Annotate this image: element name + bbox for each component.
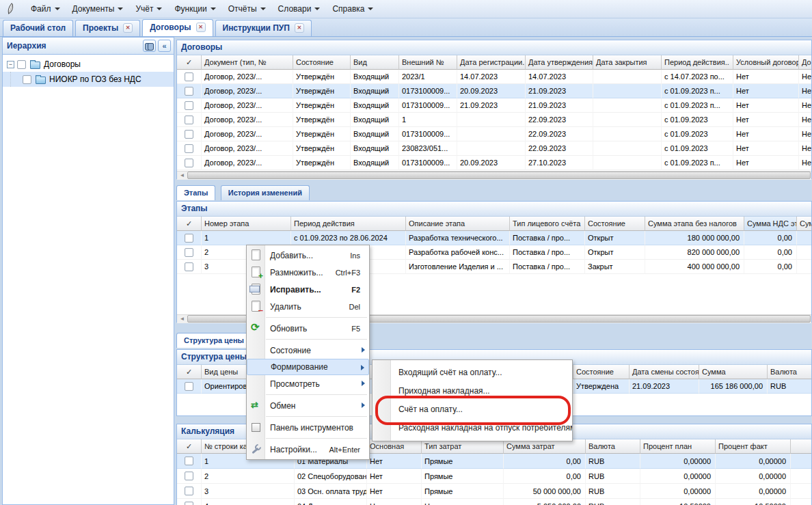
menu-item-Обмен[interactable]: Обмен (247, 397, 369, 414)
menu-Словари[interactable]: Словари (272, 2, 327, 16)
table-row[interactable]: Договор, 2023/...УтверждёнВходящий017310… (177, 98, 811, 113)
menu-item-Удалить[interactable]: УдалитьDel (247, 298, 369, 315)
row-checkbox[interactable] (185, 144, 193, 153)
select-all-column[interactable]: ✓ (177, 365, 202, 379)
column-header[interactable]: Тип лицевого счёта (510, 217, 585, 231)
menu-item-Состояние[interactable]: Состояние (247, 342, 369, 359)
menu-item-Настройки...[interactable]: Настройки...Alt+Enter (247, 441, 369, 458)
collapse-node-icon[interactable]: − (7, 61, 14, 68)
tree-node-niokr[interactable]: НИОКР по ГОЗ без НДС (3, 72, 174, 87)
submenu-item-Расходная накладная на отпуск потребителям...[interactable]: Расходная накладная на отпуск потребител… (373, 419, 572, 437)
table-row[interactable]: 404 Доп. оплата трудаНетНакладные5 050 0… (177, 499, 811, 505)
column-header[interactable]: Основная (367, 439, 422, 454)
menu-Документы[interactable]: Документы (66, 2, 130, 16)
row-checkbox[interactable] (185, 101, 193, 110)
menu-item-Просмотреть[interactable]: Просмотреть (247, 375, 369, 392)
select-all-column[interactable]: ✓ (177, 217, 202, 231)
table-row[interactable]: 202 СпецоборудованиеНетПрямые0,00RUB0,00… (177, 469, 811, 484)
row-checkbox[interactable] (185, 234, 193, 243)
menu-item-Обновить[interactable]: ОбновитьF5 (247, 320, 369, 337)
collapse-panel-icon[interactable]: « (158, 40, 171, 52)
row-checkbox[interactable] (185, 72, 193, 81)
column-header[interactable]: Сумма НДС этапа (744, 217, 797, 231)
scroll-left-icon[interactable]: ◄ (177, 315, 187, 323)
column-header[interactable]: Сумма этапа без налогов (645, 217, 744, 231)
column-header[interactable]: Сумма эт (797, 217, 811, 231)
row-checkbox[interactable] (185, 130, 193, 139)
tab-Инструкции ПУП[interactable]: Инструкции ПУП (215, 20, 312, 36)
menu-Отчёты[interactable]: Отчёты (222, 2, 272, 16)
tab-history[interactable]: История изменений (221, 185, 310, 200)
close-tab-icon[interactable] (123, 23, 133, 33)
menu-Файл[interactable]: Файл (25, 2, 66, 16)
column-header[interactable]: Период действия (291, 217, 406, 231)
column-header[interactable]: Период действия.. (662, 55, 733, 70)
table-row[interactable]: Договор, 2023/...УтверждёнВходящий017310… (177, 127, 811, 141)
column-header[interactable]: Тип затрат (422, 439, 504, 454)
column-header[interactable]: Номер этапа (202, 217, 291, 231)
close-tab-icon[interactable] (196, 23, 206, 32)
column-header[interactable]: Состояние (573, 365, 630, 379)
row-checkbox[interactable] (185, 87, 193, 96)
menu-item-Формирование[interactable]: Формирование (247, 359, 369, 375)
tab-price-structure[interactable]: Структура цены (176, 333, 252, 348)
row-checkbox[interactable] (185, 487, 193, 495)
submenu-item-Входящий счёт на оплату...[interactable]: Входящий счёт на оплату... (373, 364, 572, 382)
column-header[interactable]: Вид (351, 55, 399, 70)
table-row[interactable]: Договор, 2023/...УтверждёнВходящий017310… (177, 156, 811, 170)
menu-item-Панель инструментов[interactable]: Панель инструментов (247, 419, 369, 436)
column-header[interactable]: Дата закрытия (593, 55, 662, 70)
close-tab-icon[interactable] (295, 23, 304, 33)
table-row[interactable]: 303 Осн. оплата трудаНетПрямые50 000 000… (177, 484, 811, 499)
table-row[interactable]: 1с 01.09.2023 по 28.06.2024Разработка те… (177, 231, 811, 245)
column-header[interactable]: Внешний № (399, 55, 457, 70)
menu-item-Добавить...[interactable]: Добавить...Ins (247, 247, 369, 264)
row-checkbox[interactable] (185, 248, 193, 257)
menu-item-Размножить...[interactable]: Размножить...Ctrl+F3 (247, 264, 369, 281)
scroll-left-icon[interactable]: ◄ (177, 172, 187, 180)
column-header[interactable]: Дата смены состояния (630, 365, 699, 379)
row-checkbox[interactable] (185, 382, 193, 391)
menu-Справка[interactable]: Справка (326, 2, 379, 16)
row-checkbox[interactable] (185, 262, 193, 271)
menu-Функции[interactable]: Функции (168, 2, 221, 16)
column-header[interactable]: Документ (тип, № (202, 55, 293, 70)
column-header[interactable]: Сумма затрат (504, 439, 586, 454)
column-header[interactable]: Процент факт (716, 439, 791, 454)
select-all-column[interactable]: ✓ (177, 439, 202, 454)
column-header[interactable]: Процент план (640, 439, 716, 454)
table-row[interactable]: Договор, 2023/...УтверждёнВходящий2023/1… (177, 70, 811, 84)
tab-Проекты[interactable]: Проекты (75, 20, 140, 36)
column-header[interactable]: Сумма (699, 365, 768, 379)
column-header[interactable]: Условный договор (733, 55, 799, 70)
menu-Учёт[interactable]: Учёт (129, 2, 168, 16)
table-row[interactable]: Договор, 2023/...УтверждёнВходящий122.09… (177, 113, 811, 127)
column-header[interactable]: Дата регистрации. (457, 55, 526, 70)
row-checkbox[interactable] (185, 115, 193, 124)
row-checkbox[interactable] (185, 456, 193, 465)
select-all-column[interactable]: ✓ (177, 55, 202, 70)
scrollbar-thumb[interactable] (187, 172, 811, 179)
tab-Договоры[interactable]: Договоры (142, 19, 213, 36)
column-header[interactable]: Договор (799, 55, 811, 70)
submenu-item-Приходная накладная...[interactable]: Приходная накладная... (373, 382, 572, 400)
column-header[interactable]: Состояние (585, 217, 645, 231)
submenu-item-Счёт на оплату...[interactable]: Счёт на оплату... (373, 400, 572, 419)
tab-Рабочий стол[interactable]: Рабочий стол (3, 20, 73, 36)
column-header[interactable]: Валюта (768, 365, 811, 379)
column-header[interactable]: Дата утверждения (526, 55, 593, 70)
horizontal-scrollbar[interactable]: ◄ (177, 171, 811, 180)
column-header[interactable]: Описание этапа (406, 217, 510, 231)
tree-checkbox[interactable] (23, 75, 31, 84)
tree-node-contracts[interactable]: − Договоры (3, 57, 174, 72)
row-checkbox[interactable] (185, 502, 193, 505)
column-header[interactable]: Валюта (586, 439, 640, 454)
column-header[interactable]: Состояние (293, 55, 351, 70)
tab-stages[interactable]: Этапы (176, 185, 215, 200)
tree-checkbox[interactable] (17, 60, 26, 69)
row-checkbox[interactable] (185, 472, 193, 480)
search-icon[interactable] (143, 40, 156, 52)
menu-item-Исправить...[interactable]: Исправить...F2 (247, 281, 369, 298)
table-row[interactable]: Договор, 2023/...УтверждёнВходящий230823… (177, 141, 811, 156)
table-row[interactable]: Договор, 2023/...УтверждёнВходящий017310… (177, 84, 811, 98)
